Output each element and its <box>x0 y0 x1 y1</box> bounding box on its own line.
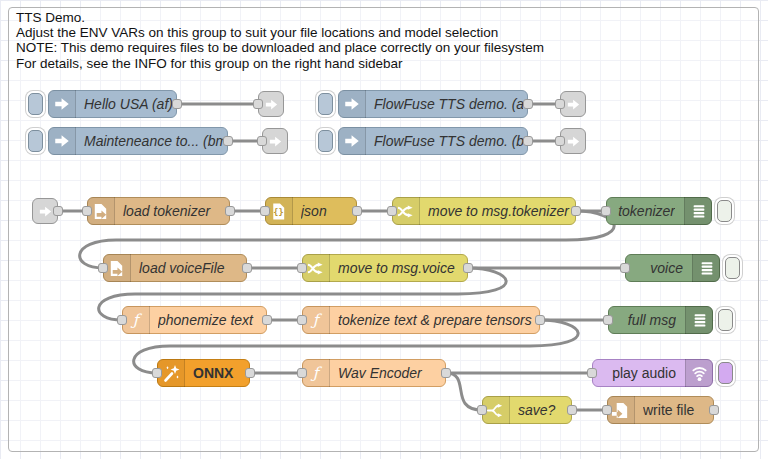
node-load-voicefile[interactable]: load voiceFile <box>103 254 247 282</box>
node-label: ONNX <box>193 360 245 386</box>
input-port[interactable] <box>603 315 613 325</box>
node-label: phonemize text <box>158 307 262 333</box>
node-link-out[interactable] <box>560 128 586 154</box>
node-write-file[interactable]: write file <box>607 396 714 424</box>
input-port[interactable] <box>98 263 108 273</box>
debug-toggle-button[interactable] <box>718 309 733 331</box>
node-move-to-msg-voice[interactable]: move to msg.voice <box>302 254 468 282</box>
input-port[interactable] <box>257 136 267 146</box>
output-port[interactable] <box>463 263 473 273</box>
input-port[interactable] <box>82 206 92 216</box>
node-label: save? <box>518 397 567 423</box>
node-debug-full-msg[interactable]: full msg <box>608 306 713 334</box>
node-label: move to msg.tokenizer <box>428 198 571 224</box>
link-out-icon <box>268 134 283 149</box>
node-json[interactable]: {} json <box>265 197 357 225</box>
link-out-icon <box>264 97 279 112</box>
node-link-out[interactable] <box>258 91 284 117</box>
output-port[interactable] <box>225 206 235 216</box>
inject-button[interactable] <box>28 130 43 152</box>
inject-button[interactable] <box>28 93 43 115</box>
svg-text:ƒ: ƒ <box>310 311 323 329</box>
input-port[interactable] <box>602 405 612 415</box>
node-save-switch[interactable]: save? <box>482 396 572 424</box>
output-port[interactable] <box>172 99 182 109</box>
input-port[interactable] <box>260 206 270 216</box>
input-port[interactable] <box>601 206 611 216</box>
node-label: tokenizer <box>613 198 675 224</box>
input-port[interactable] <box>387 206 397 216</box>
wire-wav-to-save[interactable] <box>446 373 482 410</box>
inject-icon <box>48 127 76 155</box>
node-link-out[interactable] <box>560 91 586 117</box>
svg-text:ƒ: ƒ <box>310 364 323 382</box>
node-label: FlowFuse TTS demo. (am) <box>374 91 523 117</box>
node-label: json <box>301 198 352 224</box>
node-tokenize-prepare-tensors[interactable]: ƒ tokenize text & prepare tensors <box>302 306 540 334</box>
node-label: voice <box>632 255 683 281</box>
node-inject-flowfuse-am[interactable]: FlowFuse TTS demo. (am) <box>338 90 528 118</box>
inject-icon <box>48 90 76 118</box>
output-port[interactable] <box>441 368 451 378</box>
node-label: play audio <box>599 360 676 386</box>
input-port[interactable] <box>117 315 127 325</box>
debug-toggle-button[interactable] <box>725 257 740 279</box>
inject-button[interactable] <box>318 130 333 152</box>
node-label: move to msg.voice <box>338 255 463 281</box>
sound-waves-icon <box>685 359 713 387</box>
node-link-out[interactable] <box>262 128 288 154</box>
node-label: tokenize text & prepare tensors <box>338 307 535 333</box>
input-port[interactable] <box>555 136 565 146</box>
link-out-icon <box>566 134 581 149</box>
input-port[interactable] <box>477 405 487 415</box>
input-port[interactable] <box>297 315 307 325</box>
output-port[interactable] <box>352 206 362 216</box>
node-inject-maintenance[interactable]: Mainteneance to... (bm) <box>48 127 228 155</box>
input-port[interactable] <box>297 263 307 273</box>
output-port[interactable] <box>567 405 577 415</box>
node-link-in[interactable] <box>32 198 58 224</box>
inject-icon <box>338 90 366 118</box>
node-debug-voice[interactable]: voice <box>625 254 720 282</box>
input-port[interactable] <box>297 368 307 378</box>
svg-text:ƒ: ƒ <box>130 311 143 329</box>
output-port[interactable] <box>245 368 255 378</box>
input-port[interactable] <box>587 368 597 378</box>
inject-icon <box>338 127 366 155</box>
output-port[interactable] <box>223 136 233 146</box>
node-label: load voiceFile <box>139 255 242 281</box>
node-inject-flowfuse-bf[interactable]: FlowFuse TTS demo. (bf) <box>338 127 528 155</box>
input-port[interactable] <box>555 99 565 109</box>
debug-list-icon <box>684 197 712 225</box>
audio-toggle-button[interactable] <box>718 362 733 384</box>
node-play-audio[interactable]: play audio <box>592 359 713 387</box>
node-label: FlowFuse TTS demo. (bf) <box>374 128 523 154</box>
output-port[interactable] <box>709 405 719 415</box>
inject-button[interactable] <box>318 93 333 115</box>
debug-toggle-button[interactable] <box>717 200 732 222</box>
link-in-icon <box>38 204 53 219</box>
link-out-icon <box>566 97 581 112</box>
node-label: Mainteneance to... (bm) <box>84 128 223 154</box>
debug-list-icon <box>685 306 713 334</box>
output-port[interactable] <box>523 136 533 146</box>
node-phonemize-text[interactable]: ƒ phonemize text <box>122 306 267 334</box>
input-port[interactable] <box>152 368 162 378</box>
input-port[interactable] <box>620 263 630 273</box>
node-debug-tokenizer[interactable]: tokenizer <box>606 197 712 225</box>
node-load-tokenizer[interactable]: load tokenizer <box>87 197 230 225</box>
output-port[interactable] <box>262 315 272 325</box>
input-port[interactable] <box>253 99 263 109</box>
debug-list-icon <box>692 254 720 282</box>
node-wav-encoder[interactable]: ƒ Wav Encoder <box>302 359 446 387</box>
node-move-to-msg-tokenizer[interactable]: move to msg.tokenizer <box>392 197 576 225</box>
node-inject-hello-usa[interactable]: Hello USA (af) <box>48 90 177 118</box>
output-port[interactable] <box>571 206 581 216</box>
wire-layer <box>0 0 768 459</box>
output-port[interactable] <box>523 99 533 109</box>
node-onnx[interactable]: ONNX <box>157 359 250 387</box>
output-port[interactable] <box>535 315 545 325</box>
output-port[interactable] <box>53 206 63 216</box>
flow-canvas[interactable]: TTS Demo. Adjust the ENV VARs on this gr… <box>0 0 768 459</box>
output-port[interactable] <box>242 263 252 273</box>
